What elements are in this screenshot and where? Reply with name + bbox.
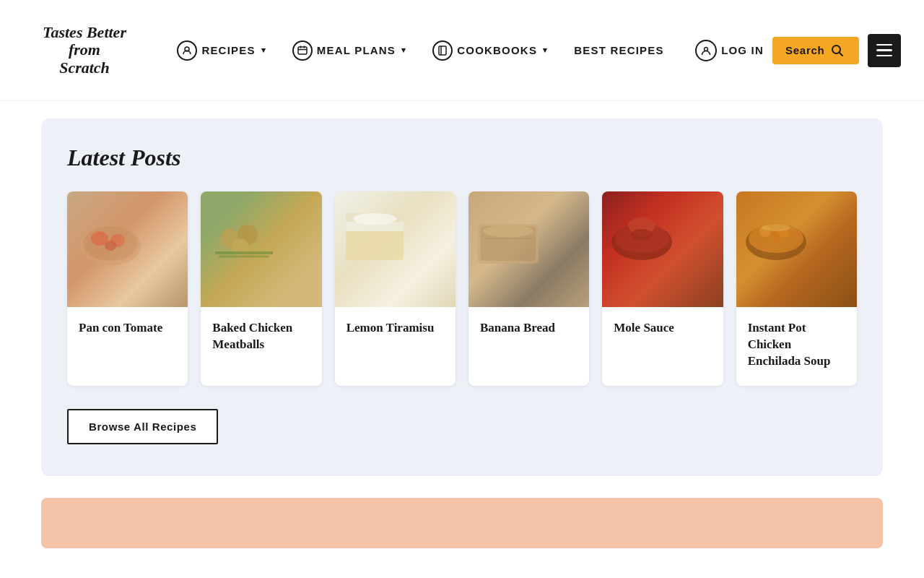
search-button[interactable]: Search	[772, 37, 859, 64]
recipe-card-title-pan-con-tomate: Pan con Tomate	[79, 320, 176, 337]
recipe-card-title-baked-chicken-meatballs: Baked Chicken Meatballs	[212, 320, 310, 353]
hamburger-line-3	[876, 55, 892, 57]
log-in-button[interactable]: LOG IN	[695, 40, 764, 61]
cookbooks-chevron-icon: ▾	[543, 46, 548, 55]
site-header: Tastes Better from Scratch RECIPES ▾	[0, 0, 924, 101]
recipe-card-content-baked-chicken-meatballs: Baked Chicken Meatballs	[201, 307, 321, 369]
latest-posts-section: Latest Posts Pan con Tomate	[41, 118, 883, 476]
recipe-card-title-mole-sauce: Mole Sauce	[614, 320, 711, 337]
recipe-card-banana-bread[interactable]: Banana Bread	[468, 191, 589, 386]
recipe-card-enchilada-soup[interactable]: Instant Pot Chicken Enchilada Soup	[736, 191, 857, 386]
recipe-card-content-lemon-tiramisu: Lemon Tiramisu	[335, 307, 456, 353]
svg-point-26	[483, 225, 533, 237]
search-label: Search	[785, 44, 825, 56]
nav-item-cookbooks[interactable]: COOKBOOKS ▾	[422, 35, 558, 66]
recipe-card-image-banana-bread	[468, 191, 589, 307]
hamburger-line-2	[876, 49, 892, 51]
logo-main-text: Tastes Better from Scratch	[43, 24, 126, 77]
nav-label-cookbooks: COOKBOOKS	[457, 44, 537, 56]
nav-item-best-recipes[interactable]: BEST RECIPES	[564, 38, 674, 62]
recipe-card-baked-chicken-meatballs[interactable]: Baked Chicken Meatballs	[201, 191, 321, 386]
nav-item-recipes[interactable]: RECIPES ▾	[167, 35, 276, 66]
meal-plans-chevron-icon: ▾	[401, 46, 406, 55]
svg-point-30	[631, 229, 653, 241]
recipe-card-image-enchilada-soup	[736, 191, 857, 307]
meal-plans-icon	[292, 40, 313, 61]
recipe-cards-grid: Pan con Tomate	[67, 191, 857, 386]
user-icon	[695, 40, 717, 61]
nav-label-meal-plans: MEAL PLANS	[317, 44, 396, 56]
recipe-card-content-banana-bread: Banana Bread	[468, 307, 589, 353]
recipe-card-image-lemon-tiramisu	[335, 191, 456, 307]
header-right: LOG IN Search	[695, 34, 901, 67]
recipe-card-title-enchilada-soup: Instant Pot Chicken Enchilada Soup	[748, 320, 845, 370]
svg-point-35	[772, 233, 780, 241]
section-title-latest-posts: Latest Posts	[67, 144, 857, 171]
recipe-card-mole-sauce[interactable]: Mole Sauce	[602, 191, 723, 386]
recipe-card-title-lemon-tiramisu: Lemon Tiramisu	[346, 320, 444, 337]
svg-rect-20	[346, 228, 404, 260]
nav-item-meal-plans[interactable]: MEAL PLANS ▾	[282, 35, 417, 66]
hamburger-button[interactable]	[868, 34, 901, 67]
main-nav: RECIPES ▾ MEAL PLANS ▾ COO	[146, 35, 695, 66]
svg-point-14	[105, 241, 116, 251]
main-content: Latest Posts Pan con Tomate	[0, 101, 924, 548]
nav-label-best-recipes: BEST RECIPES	[574, 44, 663, 56]
hamburger-line-1	[876, 44, 892, 46]
peach-promo-section	[41, 498, 883, 548]
recipe-card-content-mole-sauce: Mole Sauce	[602, 307, 723, 353]
svg-rect-1	[298, 47, 307, 54]
recipes-icon	[177, 40, 197, 61]
log-in-label: LOG IN	[721, 44, 764, 56]
nav-label-recipes: RECIPES	[201, 44, 255, 56]
recipe-card-image-pan-con-tomate	[67, 191, 188, 307]
svg-line-9	[839, 52, 842, 56]
svg-point-36	[762, 224, 790, 231]
svg-point-23	[353, 213, 396, 225]
svg-rect-5	[439, 46, 446, 55]
recipe-card-pan-con-tomate[interactable]: Pan con Tomate	[67, 191, 188, 386]
recipe-card-title-banana-bread: Banana Bread	[480, 320, 578, 337]
recipe-card-content-enchilada-soup: Instant Pot Chicken Enchilada Soup	[736, 307, 857, 386]
cookbooks-icon	[432, 40, 453, 61]
search-icon	[831, 44, 844, 57]
site-logo[interactable]: Tastes Better from Scratch	[23, 24, 146, 77]
recipe-card-content-pan-con-tomate: Pan con Tomate	[67, 307, 188, 353]
recipe-card-lemon-tiramisu[interactable]: Lemon Tiramisu	[335, 191, 456, 386]
recipe-card-image-baked-chicken-meatballs	[201, 191, 321, 307]
recipe-card-image-mole-sauce	[602, 191, 723, 307]
browse-all-recipes-button[interactable]: Browse All Recipes	[67, 409, 218, 444]
recipes-chevron-icon: ▾	[261, 46, 266, 55]
